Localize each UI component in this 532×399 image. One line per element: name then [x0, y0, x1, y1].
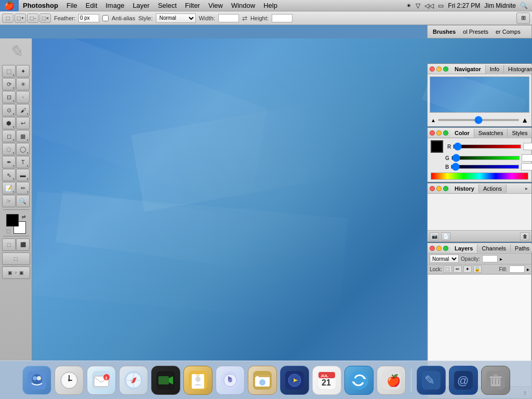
r-value[interactable]	[523, 143, 532, 150]
r-slider[interactable]	[453, 144, 521, 149]
g-value[interactable]	[522, 154, 532, 162]
fill-arrow[interactable]: ▸	[527, 267, 529, 272]
dock-ical-icon[interactable]: JUL21	[312, 366, 341, 395]
marquee-rect-tool[interactable]: ⬚▸	[2, 65, 16, 77]
lasso-tool[interactable]: ⟳▸	[2, 78, 16, 90]
swatches-tab[interactable]: Swatches	[474, 129, 508, 137]
menu-view[interactable]: View	[204, 0, 227, 11]
width-input[interactable]	[218, 14, 239, 22]
menu-layer[interactable]: Layer	[128, 0, 154, 11]
b-value[interactable]	[521, 163, 532, 170]
style-select[interactable]: Normal Fixed Ratio Fixed Size	[156, 14, 196, 23]
b-slider[interactable]	[451, 165, 519, 169]
channels-tab[interactable]: Channels	[477, 244, 510, 252]
dock-finder-icon[interactable]	[22, 366, 51, 395]
comps-tab[interactable]: er Comps	[493, 28, 524, 36]
brushes-tab[interactable]: Brushes	[430, 28, 459, 36]
history-tab[interactable]: History	[450, 184, 479, 193]
menu-battery[interactable]: ▭	[438, 2, 444, 9]
rect-select-sub-btn[interactable]: ⬚-	[27, 14, 38, 23]
fill-input[interactable]	[509, 265, 525, 273]
dock-mail2-icon[interactable]: @	[449, 366, 478, 395]
standard-mode-btn[interactable]: ⬚	[2, 238, 16, 251]
opacity-input[interactable]	[482, 255, 498, 262]
history-zoom-btn[interactable]	[443, 186, 448, 191]
lock-all-btn[interactable]: 🔒	[473, 265, 482, 273]
dock-itunes-icon[interactable]	[216, 366, 245, 395]
menu-select[interactable]: Select	[154, 0, 181, 11]
rect-select-btn[interactable]: ⬚	[2, 14, 14, 23]
history-menu-btn[interactable]: ▸	[524, 185, 529, 191]
crop-tool[interactable]: ⊡▸	[2, 91, 16, 103]
dock-facetime-icon[interactable]	[151, 366, 180, 395]
dock-safari-icon[interactable]	[119, 366, 148, 395]
menu-file[interactable]: File	[62, 0, 82, 11]
stamp-tool[interactable]: ⬢▸	[2, 117, 16, 129]
dock-about-icon[interactable]: 🍎	[377, 366, 406, 395]
dock-clock-icon[interactable]	[55, 366, 84, 395]
delete-state-btn[interactable]: 🗑	[520, 232, 529, 241]
healing-tool[interactable]: ⊙▸	[2, 104, 16, 116]
menu-user[interactable]: Jim Midnite	[484, 2, 516, 9]
zoom-in-icon[interactable]: ▲	[521, 116, 528, 124]
color-zoom-btn[interactable]	[443, 130, 448, 136]
rect-select-add-btn[interactable]: ⬚+	[15, 14, 26, 23]
color-tab[interactable]: Color	[450, 129, 474, 137]
layers-close-btn[interactable]	[430, 246, 435, 251]
dock-photoshop-icon[interactable]: ✎	[417, 366, 446, 395]
lock-position-btn[interactable]: ✦	[463, 265, 472, 273]
apple-menu[interactable]: 🍎	[0, 0, 19, 11]
dock-trash-icon[interactable]	[481, 366, 510, 395]
menu-filter[interactable]: Filter	[181, 0, 204, 11]
screen-mode-btn[interactable]: ⬚	[2, 252, 30, 265]
paths-tab[interactable]: Paths	[511, 244, 532, 252]
lock-transparency-btn[interactable]: ⬚	[444, 265, 452, 273]
height-input[interactable]	[272, 14, 292, 22]
menu-spotlight[interactable]: 🔍	[520, 2, 528, 9]
color-swatch[interactable]	[431, 140, 443, 153]
imageready-btn[interactable]: ▣ ☞ ▣	[2, 267, 30, 279]
gradient-tool[interactable]: ▦▸	[16, 130, 30, 142]
rect-select-intersect-btn[interactable]: ⬚×	[39, 14, 51, 23]
path-select-tool[interactable]: ⇖▸	[2, 169, 16, 181]
history-close-btn[interactable]	[430, 186, 435, 191]
history-brush-tool[interactable]: ↩	[16, 117, 30, 129]
g-slider[interactable]	[451, 156, 520, 160]
color-minimize-btn[interactable]	[436, 130, 442, 136]
zoom-tool[interactable]: 🔍	[16, 195, 30, 207]
slice-tool[interactable]: ⬝	[16, 91, 30, 103]
color-spectrum[interactable]	[431, 172, 528, 180]
info-tab[interactable]: Info	[486, 65, 504, 73]
blur-tool[interactable]: ◌▸	[2, 143, 16, 155]
brush-tool[interactable]: 🖌▸	[16, 104, 30, 116]
layers-mode-select[interactable]: Normal Multiply Screen	[430, 255, 459, 263]
eraser-tool[interactable]: ◻▸	[2, 130, 16, 142]
shape-tool[interactable]: ▬▸	[16, 169, 30, 181]
new-snapshot-btn[interactable]: 📷	[430, 232, 439, 241]
dock-iphoto-icon[interactable]	[248, 366, 277, 395]
swap-wh-icon[interactable]: ⇄	[242, 15, 247, 22]
menu-bluetooth[interactable]: ✴	[406, 2, 411, 9]
dock-isync-icon[interactable]	[344, 366, 374, 395]
navigator-tab[interactable]: Navigator	[450, 65, 486, 73]
reset-colors-icon[interactable]: ⬚	[6, 229, 11, 234]
menu-help[interactable]: Help	[259, 0, 282, 11]
dock-idvd-icon[interactable]	[280, 366, 309, 395]
color-close-btn[interactable]	[430, 130, 435, 136]
pen-tool[interactable]: ✒▸	[2, 156, 16, 168]
type-tool[interactable]: T▸	[16, 156, 30, 168]
feather-input[interactable]	[78, 14, 99, 22]
lock-image-btn[interactable]: ✏	[454, 265, 462, 273]
zoom-out-icon[interactable]: ▲	[431, 117, 436, 123]
layers-zoom-btn[interactable]	[443, 246, 448, 251]
hand-tool[interactable]: ☞	[2, 195, 16, 207]
foreground-color-swatch[interactable]	[6, 214, 19, 227]
eyedropper-tool[interactable]: ✏▸	[16, 182, 30, 194]
menu-image[interactable]: Image	[101, 0, 128, 11]
extra-options-btn[interactable]: ⊞	[516, 12, 530, 24]
history-minimize-btn[interactable]	[436, 186, 442, 191]
dock-addressbook-icon[interactable]: @	[183, 366, 212, 395]
dodge-tool[interactable]: ◯▸	[16, 143, 30, 155]
opacity-arrow[interactable]: ▸	[500, 256, 502, 262]
menu-volume[interactable]: ◁◁	[424, 2, 434, 9]
